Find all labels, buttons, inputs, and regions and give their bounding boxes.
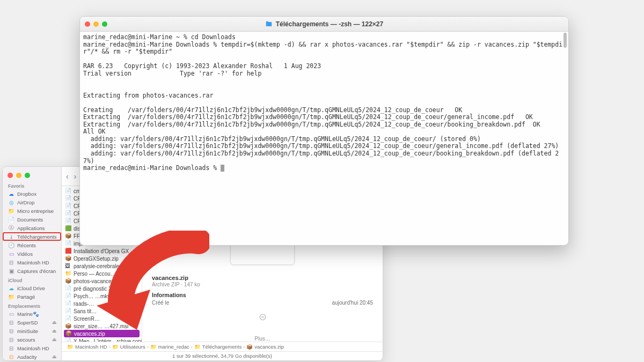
file-row[interactable]: 📄X-Men_ L'intégr…rchive copie.cbr <box>62 337 142 342</box>
chevron-right-icon: › <box>109 344 111 350</box>
file-row[interactable]: 📦photos-vacances.ra… <box>62 277 142 285</box>
path-segment[interactable]: vacances.zip <box>254 344 284 350</box>
file-label: vacances.zip <box>74 331 105 337</box>
airdrop-icon: ◎ <box>8 199 14 205</box>
eject-icon[interactable]: ⏏ <box>52 328 57 334</box>
path-segment[interactable]: Utilisateurs <box>120 344 145 350</box>
path-segment[interactable]: Macintosh HD <box>75 344 107 350</box>
file-icon: 📦 <box>65 323 71 329</box>
chevron-right-icon: › <box>243 344 245 350</box>
sidebar-item-label: iCloud Drive <box>17 285 45 291</box>
sidebar-item-iclouddrive[interactable]: ☁︎iCloud Drive <box>3 284 61 292</box>
file-icon: 📄 <box>65 218 71 224</box>
terminal-prompt[interactable]: marine_redac@mini-Marine Downloads % <box>83 165 565 172</box>
file-row[interactable]: 📄Psych… …mkv <box>62 292 142 300</box>
preview-ellipsis-icon[interactable]: ⊝ <box>152 311 373 323</box>
sidebar-item-label: Macintosh HD <box>17 345 49 351</box>
file-row[interactable]: 📦sizer_size… …427.msi <box>62 322 142 330</box>
file-icon: 📦 <box>65 233 71 239</box>
sidebar-item-dropbox[interactable]: ☁︎Dropbox <box>3 189 61 198</box>
sidebar-item-recents[interactable]: 🕘Récents <box>3 241 61 249</box>
file-row[interactable]: 📄Sans tit… <box>62 307 142 315</box>
close-icon[interactable] <box>8 173 13 178</box>
file-row[interactable]: 📄raads-… <box>62 300 142 307</box>
sidebar-item-apps[interactable]: ⒶApplications <box>3 224 61 232</box>
file-row[interactable]: 📦OperaGXSetup.zip <box>62 255 142 262</box>
terminal-line: adding: var/folders/00/4r71llzj6n1c7bf2j… <box>83 150 565 165</box>
path-segment[interactable]: marine_redac <box>158 344 189 350</box>
file-icon: 📦 <box>65 255 71 262</box>
sidebar-item-machd2[interactable]: ⊟Macintosh HD <box>3 344 61 352</box>
file-row[interactable]: 🖼paralysie-cerebrale.jpg <box>62 262 142 270</box>
sidebar-item-documents[interactable]: 📄Documents <box>3 215 61 224</box>
file-label: Psych… …mkv <box>74 293 110 299</box>
file-icon: 📄 <box>65 300 71 307</box>
sidebar-item-label: Documents <box>17 217 43 223</box>
sidebar-item-secours[interactable]: ⊟secours⏏ <box>3 335 61 344</box>
file-label: Sans tit… <box>74 308 97 314</box>
file-icon: 📦 <box>65 330 72 337</box>
file-icon: 🟩 <box>65 225 71 232</box>
file-row[interactable]: 📦vacances.zip <box>64 330 140 337</box>
path-segment[interactable]: Téléchargements <box>202 344 241 350</box>
terminal-window[interactable]: Téléchargements — -zsh — 122×27 marine_r… <box>79 16 569 246</box>
terminal-line: Creating /var/folders/00/4r71llzj6n1c7bf… <box>83 107 565 114</box>
sidebar-item-label: Dropbox <box>17 191 36 197</box>
sidebar-item-label: Macintosh HD <box>17 260 49 265</box>
preview-info-heading: Informations <box>152 292 373 298</box>
file-row[interactable]: 📁Perso — Accou…ord Acc… <box>62 270 142 277</box>
preview-more-link[interactable]: Plus… <box>152 336 373 342</box>
terminal-line <box>83 56 565 63</box>
sidebar-item-videos[interactable]: ▭Vidéos <box>3 249 61 258</box>
secours-icon: ⊟ <box>8 336 14 343</box>
terminal-line <box>83 99 565 107</box>
sidebar-item-downloads[interactable]: ⤓Téléchargements <box>3 232 61 241</box>
terminal-line: RAR 6.23 Copyright (c) 1993-2023 Alexand… <box>83 63 565 70</box>
sidebar-item-marine[interactable]: ▭Marine🐾 <box>3 309 61 318</box>
archive-icon: 📦 <box>246 344 253 350</box>
sidebar-item-audacity[interactable]: ⊟Audacity⏏ <box>3 352 61 360</box>
file-icon: 🖼 <box>65 263 71 269</box>
file-label: raads-… <box>74 301 94 307</box>
sidebar-item-airdrop[interactable]: ◎AirDrop <box>3 198 61 206</box>
sidebar-section-title: iCloud <box>3 275 61 284</box>
sidebar-item-captures[interactable]: ▣Captures d'écran <box>3 267 61 275</box>
preview-created-value: aujourd'hui 20:45 <box>332 300 373 306</box>
nav-back-icon[interactable]: ‹ <box>66 172 69 181</box>
sidebar-section-title: Emplacements <box>3 301 61 309</box>
machd2-icon: ⊟ <box>8 345 14 351</box>
sidebar-item-machd[interactable]: ⊟Macintosh HD <box>3 258 61 267</box>
file-icon: 📁 <box>65 270 71 277</box>
nav-forward-icon[interactable]: › <box>74 172 77 181</box>
eject-icon[interactable]: ⏏ <box>52 320 57 325</box>
sidebar-item-partage[interactable]: 📁Partagé <box>3 292 61 301</box>
scrollbar-thumb[interactable] <box>564 33 567 48</box>
eject-icon[interactable]: ⏏ <box>52 354 57 359</box>
finder-traffic-lights <box>3 169 61 181</box>
file-icon: 📄 <box>65 315 71 322</box>
sidebar-item-micro[interactable]: 📁Micro entreprise <box>3 206 61 215</box>
terminal-line: adding: var/folders/00/4r71llzj6n1c7bf2j… <box>83 136 565 143</box>
sidebar-item-minisuite[interactable]: ⊟miniSuite⏏ <box>3 327 61 335</box>
sidebar-item-supersd[interactable]: ⊟SuperSD⏏ <box>3 318 61 327</box>
terminal-line: All OK <box>83 128 565 136</box>
terminal-line <box>83 85 565 92</box>
file-icon: 📄 <box>65 188 71 194</box>
file-row[interactable]: 📄pré diagnostic 2… <box>62 285 142 292</box>
sidebar-item-label: Récents <box>17 242 36 248</box>
zoom-icon[interactable] <box>25 173 30 178</box>
folder-icon: 📁 <box>150 344 157 350</box>
sidebar-item-label: AirDrop <box>17 200 34 205</box>
file-icon: 📄 <box>65 338 71 342</box>
finder-pathbar[interactable]: 📁 Macintosh HD›📁 Utilisateurs›📁 marine_r… <box>62 342 383 351</box>
minisuite-icon: ⊟ <box>8 328 14 334</box>
minimize-icon[interactable] <box>16 173 21 178</box>
file-label: sizer_size… …427.msi <box>74 323 128 329</box>
sidebar-section-title: Favoris <box>3 181 61 189</box>
apps-icon: Ⓐ <box>8 225 14 231</box>
terminal-output[interactable]: marine_redac@mini-Marine ~ % cd Download… <box>80 32 568 245</box>
file-row[interactable]: 🟥Installation d'Opera GX <box>62 247 142 255</box>
file-row[interactable]: 📄ScreenR… <box>62 315 142 322</box>
eject-icon[interactable]: ⏏ <box>52 337 57 342</box>
terminal-line: marine_redac@mini-Marine Downloads % tem… <box>83 41 565 56</box>
